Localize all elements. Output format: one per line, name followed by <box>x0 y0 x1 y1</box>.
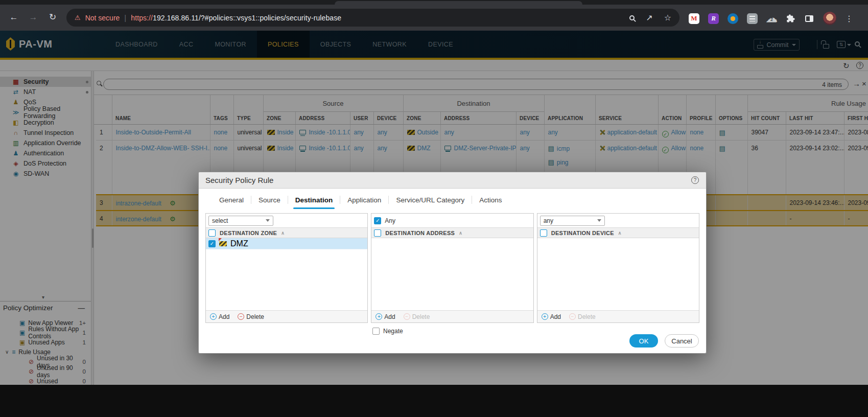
negate-checkbox[interactable] <box>372 328 380 335</box>
add-address-button[interactable]: +Add <box>376 313 395 320</box>
delete-zone-button[interactable]: −Delete <box>238 313 264 320</box>
address-list <box>371 238 533 310</box>
extensions-puzzle-icon[interactable] <box>786 14 795 23</box>
device-type-value: any <box>544 217 553 224</box>
screen: ← → ↻ ⚠ Not secure | https://192.168.86.… <box>0 0 868 417</box>
browser-toolbar: ← → ↻ ⚠ Not secure | https://192.168.86.… <box>0 5 868 31</box>
dropdown-caret-icon <box>597 219 601 222</box>
add-icon: + <box>210 313 217 320</box>
gmail-extension-icon[interactable]: M <box>689 13 699 24</box>
any-address-label: Any <box>385 217 395 224</box>
dialog-title: Security Policy Rule <box>205 176 273 184</box>
tab-source[interactable]: Source <box>251 190 288 210</box>
tab-general[interactable]: General <box>212 190 251 210</box>
browser-back-button[interactable]: ← <box>7 12 20 23</box>
device-panel-footer: +Add −Delete <box>537 310 699 322</box>
side-panel-icon[interactable] <box>804 13 814 24</box>
zone-panel-footer: +Add −Delete <box>206 310 367 322</box>
not-secure-warning-icon: ⚠ <box>75 14 81 21</box>
profile-avatar[interactable] <box>823 12 836 25</box>
add-label: Add <box>550 313 561 320</box>
add-device-button[interactable]: +Add <box>542 313 561 320</box>
device-column-header[interactable]: DESTINATION DEVICE <box>551 230 614 236</box>
zone-type-select[interactable]: select <box>208 216 273 226</box>
browser-address-bar[interactable]: ⚠ Not secure | https://192.168.86.11/?#p… <box>66 9 679 27</box>
dialog-actions: OK Cancel <box>629 334 699 348</box>
browser-menu-icon[interactable]: ⋮ <box>845 14 853 24</box>
delete-icon: − <box>569 313 576 320</box>
cancel-button[interactable]: Cancel <box>665 334 699 348</box>
security-policy-rule-dialog: Security Policy Rule ? General Source De… <box>198 172 707 354</box>
modified-corner-flag <box>219 238 222 241</box>
ok-button[interactable]: OK <box>629 334 658 348</box>
delete-icon: − <box>238 313 244 320</box>
delete-address-button[interactable]: −Delete <box>404 313 430 320</box>
pan-os-app: PA-VM DASHBOARD ACC MONITOR POLICIES OBJ… <box>0 31 868 417</box>
negate-row: Negate <box>372 328 706 335</box>
add-label: Add <box>384 313 395 320</box>
omnibox-divider: | <box>124 13 126 22</box>
zone-list-header: DESTINATION ZONE ∧ <box>206 227 367 238</box>
add-label: Add <box>219 313 229 320</box>
delete-icon: − <box>404 313 410 320</box>
r-extension-icon[interactable]: R <box>708 13 719 24</box>
negate-label: Negate <box>383 328 403 335</box>
delete-label: Delete <box>246 313 264 320</box>
delete-device-button[interactable]: −Delete <box>569 313 596 320</box>
dialog-help-icon[interactable]: ? <box>691 176 699 184</box>
zone-list: ✓ DMZ <box>206 238 367 310</box>
share-icon[interactable]: ↗ <box>646 13 652 22</box>
add-icon: + <box>376 313 382 320</box>
browser-reload-button[interactable]: ↻ <box>46 12 59 23</box>
delete-label: Delete <box>412 313 430 320</box>
dmz-checkbox[interactable]: ✓ <box>208 240 216 247</box>
select-all-zones-checkbox[interactable] <box>208 229 216 237</box>
url-path: 192.168.86.11/?#policies::vsys1::policie… <box>153 14 341 22</box>
tab-destination[interactable]: Destination <box>288 190 340 210</box>
destination-address-panel: ✓ Any DESTINATION ADDRESS ∧ +Add −Delete <box>371 213 533 323</box>
zone-column-header[interactable]: DESTINATION ZONE <box>220 230 277 236</box>
select-all-addresses-checkbox[interactable] <box>374 229 381 237</box>
device-list <box>537 238 699 310</box>
zone-item-label: DMZ <box>230 239 248 248</box>
select-all-devices-checkbox[interactable] <box>540 229 547 237</box>
sort-caret-icon[interactable]: ∧ <box>618 230 622 236</box>
sort-caret-icon[interactable]: ∧ <box>459 230 462 236</box>
dialog-title-bar[interactable]: Security Policy Rule ? <box>199 172 706 189</box>
url-scheme: https:// <box>131 14 153 22</box>
address-list-header: DESTINATION ADDRESS ∧ <box>371 227 533 238</box>
browser-extensions: M R ☁2 ⋮ <box>689 12 853 25</box>
zone-icon <box>219 241 227 246</box>
browser-forward-button[interactable]: → <box>27 12 40 23</box>
address-panel-footer: +Add −Delete <box>371 310 533 322</box>
url-text[interactable]: https://192.168.86.11/?#policies::vsys1:… <box>131 14 341 22</box>
destination-device-panel: any DESTINATION DEVICE ∧ +Add −Delete <box>537 213 699 323</box>
notes-extension-icon[interactable] <box>747 13 758 24</box>
device-type-select[interactable]: any <box>540 216 605 226</box>
destination-zone-panel: select DESTINATION ZONE ∧ ✓ <box>205 213 368 323</box>
address-column-header[interactable]: DESTINATION ADDRESS <box>385 230 455 236</box>
destination-panels: select DESTINATION ZONE ∧ ✓ <box>199 210 706 323</box>
tab-application[interactable]: Application <box>340 190 388 210</box>
device-list-header: DESTINATION DEVICE ∧ <box>537 227 699 238</box>
tab-actions[interactable]: Actions <box>472 190 509 210</box>
add-zone-button[interactable]: +Add <box>210 313 229 320</box>
delete-label: Delete <box>578 313 596 320</box>
browser-tab-strip <box>0 0 868 5</box>
not-secure-label[interactable]: Not secure <box>85 14 120 22</box>
zoom-icon[interactable] <box>629 15 635 20</box>
tab-service-url-category[interactable]: Service/URL Category <box>389 190 472 210</box>
add-icon: + <box>542 313 548 320</box>
any-address-checkbox[interactable]: ✓ <box>374 217 381 224</box>
dropdown-caret-icon <box>266 219 270 222</box>
browser-tab[interactable] <box>335 1 582 5</box>
cloud-extension-icon[interactable]: ☁2 <box>766 13 777 24</box>
zone-type-value: select <box>212 217 228 224</box>
blue-extension-icon[interactable] <box>728 13 738 24</box>
cloud-badge: 2 <box>770 17 773 22</box>
sort-caret-icon[interactable]: ∧ <box>281 230 285 236</box>
dialog-tabs: General Source Destination Application S… <box>199 190 706 210</box>
bookmark-star-icon[interactable]: ☆ <box>664 13 671 22</box>
zone-list-item-dmz[interactable]: ✓ DMZ <box>206 238 367 249</box>
